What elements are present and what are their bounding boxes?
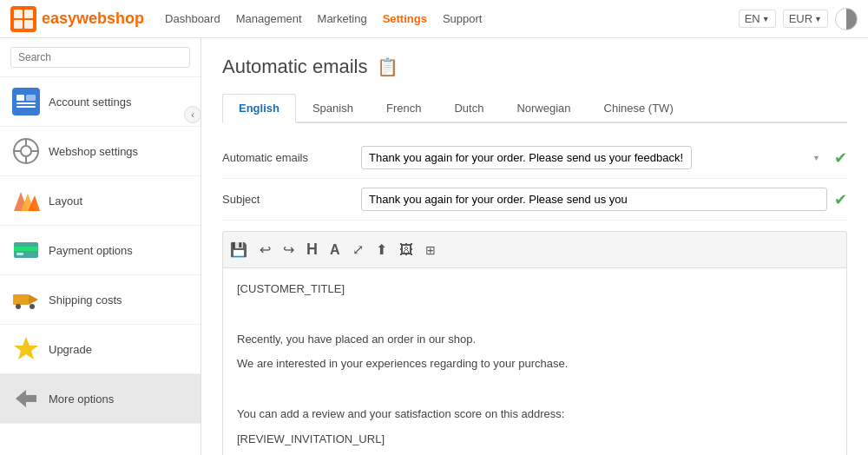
sidebar-item-more-options[interactable]: More options [0, 374, 201, 424]
sidebar-collapse-button[interactable]: ‹ [184, 106, 201, 123]
editor-line-7: [REVIEW_INVITATION_URL] [237, 431, 832, 449]
svg-rect-21 [16, 253, 23, 255]
editor-toolbar: 💾 ↩ ↪ H A ⤢ ⬆ 🖼 ⊞ [222, 231, 847, 267]
logo[interactable]: easywebshop [10, 6, 144, 32]
svg-marker-23 [29, 294, 38, 305]
email-select-wrap: Thank you again for your order. Please s… [361, 146, 827, 169]
svg-rect-20 [14, 247, 38, 251]
nav-marketing[interactable]: Marketing [318, 12, 367, 25]
currency-chevron-icon: ▼ [814, 15, 822, 23]
toolbar-grid-button[interactable]: ⊞ [422, 241, 439, 259]
layout-icon [12, 187, 40, 214]
svg-point-25 [30, 304, 35, 309]
tab-english[interactable]: English [222, 94, 296, 123]
svg-rect-3 [14, 20, 23, 29]
svg-rect-4 [24, 20, 33, 29]
sidebar-item-shipping-costs[interactable]: Shipping costs [0, 275, 201, 325]
editor-line-2 [237, 306, 832, 324]
subject-field-label: Subject [222, 193, 361, 206]
search-input[interactable] [10, 47, 190, 68]
main-layout: Account settings Webshop settings [0, 38, 868, 455]
editor-line-6: You can add a review and your satisfacti… [237, 406, 832, 424]
page-title: Automatic emails [222, 56, 368, 78]
nav-settings[interactable]: Settings [383, 12, 427, 25]
tab-chinese-tw[interactable]: Chinese (TW) [588, 94, 690, 123]
sidebar-label-webshop-settings: Webshop settings [49, 145, 138, 158]
svg-point-11 [21, 146, 31, 156]
main-content: Automatic emails 📋 English Spanish Frenc… [201, 38, 868, 455]
page-title-area: Automatic emails 📋 [222, 56, 847, 78]
editor-line-5 [237, 380, 832, 399]
tab-norwegian[interactable]: Norwegian [500, 94, 587, 123]
nav-management[interactable]: Management [236, 12, 302, 25]
svg-rect-9 [26, 95, 36, 101]
email-select[interactable]: Thank you again for your order. Please s… [361, 146, 692, 169]
sidebar: Account settings Webshop settings [0, 38, 201, 455]
payment-icon [12, 236, 40, 264]
editor-line-4: We are interested in your experiences re… [237, 355, 832, 373]
sidebar-label-payment-options: Payment options [49, 244, 133, 257]
lang-chevron-icon: ▼ [762, 15, 770, 23]
currency-dropdown[interactable]: EUR ▼ [783, 10, 828, 28]
contrast-toggle-button[interactable] [835, 8, 858, 30]
logo-text: easywebshop [42, 10, 144, 28]
sidebar-label-shipping-costs: Shipping costs [49, 293, 122, 307]
subject-control-wrap: ✔ [361, 188, 847, 211]
editor-line-3: Recently, you have placed an order in ou… [237, 331, 832, 349]
svg-rect-1 [14, 10, 23, 18]
toolbar-undo-button[interactable]: ↩ [256, 240, 274, 260]
svg-rect-8 [16, 106, 36, 108]
subject-check-icon: ✔ [834, 190, 847, 209]
toolbar-upload-button[interactable]: ⬆ [372, 240, 391, 260]
sidebar-item-payment-options[interactable]: Payment options [0, 226, 201, 275]
toolbar-image-button[interactable]: 🖼 [396, 241, 417, 260]
sidebar-item-account-settings[interactable]: Account settings [0, 77, 201, 127]
svg-rect-7 [16, 102, 36, 104]
shipping-icon [12, 286, 40, 313]
email-check-icon: ✔ [834, 148, 847, 168]
sidebar-label-layout: Layout [49, 195, 82, 208]
tab-french[interactable]: French [370, 94, 437, 123]
nav-support[interactable]: Support [443, 12, 483, 25]
sidebar-item-layout[interactable]: Layout [0, 176, 201, 226]
svg-marker-27 [16, 390, 36, 407]
language-dropdown[interactable]: EN ▼ [739, 10, 776, 28]
account-settings-icon [12, 88, 40, 115]
svg-rect-6 [16, 95, 24, 101]
subject-row: Subject ✔ [222, 179, 847, 221]
svg-rect-5 [12, 88, 40, 115]
upgrade-icon [12, 335, 40, 363]
tab-dutch[interactable]: Dutch [437, 94, 500, 123]
language-tabs: English Spanish French Dutch Norwegian C… [222, 94, 847, 123]
webshop-settings-icon [12, 137, 40, 165]
sidebar-label-more-options: More options [49, 392, 114, 406]
svg-rect-2 [24, 10, 33, 18]
sidebar-label-upgrade: Upgrade [49, 343, 92, 356]
automatic-emails-row: Automatic emails Thank you again for you… [222, 137, 847, 179]
email-control-wrap: Thank you again for your order. Please s… [361, 146, 847, 169]
sidebar-item-webshop-settings[interactable]: Webshop settings [0, 127, 201, 176]
email-field-label: Automatic emails [222, 151, 361, 164]
nav-links: Dashboard Management Marketing Settings … [165, 12, 739, 25]
more-options-icon [12, 385, 40, 412]
svg-marker-26 [14, 337, 38, 359]
sidebar-search-area [0, 38, 201, 77]
sidebar-item-upgrade[interactable]: Upgrade [0, 325, 201, 374]
toolbar-redo-button[interactable]: ↪ [279, 240, 298, 260]
toolbar-fullscreen-button[interactable]: ⤢ [349, 240, 367, 260]
logo-icon [10, 6, 36, 32]
svg-point-24 [16, 304, 21, 309]
editor-content[interactable]: [CUSTOMER_TITLE] Recently, you have plac… [222, 267, 847, 455]
page-title-doc-icon: 📋 [377, 56, 398, 77]
svg-rect-22 [13, 294, 29, 305]
nav-dashboard[interactable]: Dashboard [165, 12, 220, 25]
toolbar-heading-button[interactable]: H [303, 239, 321, 260]
subject-input[interactable] [361, 188, 827, 211]
sidebar-label-account-settings: Account settings [49, 96, 131, 109]
nav-right: EN ▼ EUR ▼ [739, 8, 858, 30]
toolbar-font-button[interactable]: A [326, 241, 344, 260]
tab-spanish[interactable]: Spanish [296, 94, 370, 123]
top-nav: easywebshop Dashboard Management Marketi… [0, 0, 868, 38]
editor-line-1: [CUSTOMER_TITLE] [237, 280, 832, 299]
toolbar-save-button[interactable]: 💾 [227, 240, 251, 260]
